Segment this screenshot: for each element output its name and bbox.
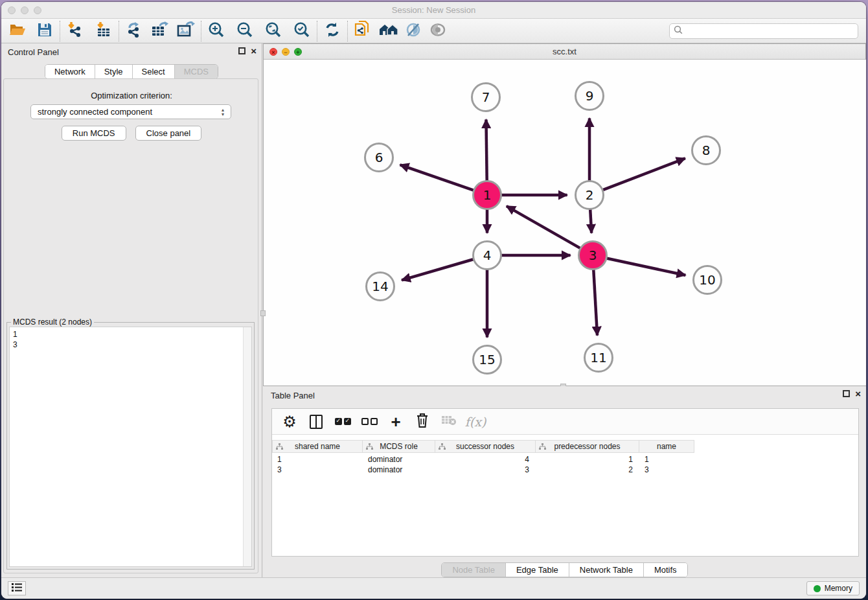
cell-mcds-role: dominator bbox=[363, 454, 435, 465]
column-header-predecessor-nodes[interactable]: predecessor nodes bbox=[536, 440, 639, 453]
tab-motifs[interactable]: Motifs bbox=[644, 563, 687, 577]
apply-function-button[interactable]: f(x) bbox=[467, 413, 484, 430]
result-scrollbar[interactable] bbox=[243, 327, 251, 566]
graph-edge-1-6[interactable] bbox=[400, 165, 474, 190]
graph-node-15[interactable]: 15 bbox=[474, 346, 501, 374]
zoom-in-button[interactable] bbox=[207, 21, 226, 41]
tab-node-table[interactable]: Node Table bbox=[442, 563, 506, 577]
graph-edge-2-8[interactable] bbox=[602, 158, 685, 190]
search-input[interactable] bbox=[685, 25, 858, 38]
delete-table-button[interactable] bbox=[440, 413, 457, 430]
close-panel-button[interactable]: Close panel bbox=[135, 126, 202, 141]
float-table-panel-icon[interactable] bbox=[843, 390, 850, 397]
graph-edge-3-1[interactable] bbox=[507, 206, 580, 248]
float-panel-icon[interactable] bbox=[238, 47, 246, 54]
open-session-button[interactable] bbox=[8, 21, 27, 41]
toolbar-separator bbox=[119, 21, 119, 41]
table-toolbar: ⚙ + f(x) bbox=[272, 409, 858, 435]
search-icon bbox=[674, 25, 683, 37]
criterion-dropdown[interactable]: strongly connected component ▴ ▾ bbox=[30, 104, 231, 119]
toolbar-separator bbox=[347, 21, 348, 41]
add-column-button[interactable]: + bbox=[387, 413, 404, 430]
tab-select[interactable]: Select bbox=[133, 65, 175, 78]
memory-label: Memory bbox=[825, 584, 852, 593]
graph-edge-3-11[interactable] bbox=[593, 269, 597, 335]
graph-node-14[interactable]: 14 bbox=[367, 273, 394, 301]
svg-text:7: 7 bbox=[482, 89, 490, 105]
graph-node-11[interactable]: 11 bbox=[585, 344, 613, 372]
network-view-titlebar[interactable]: × − + scc.txt bbox=[264, 44, 865, 60]
graph-edge-2-3[interactable] bbox=[590, 209, 591, 233]
import-network-button[interactable] bbox=[65, 21, 85, 41]
table-row[interactable]: 3 dominator 3 2 3 bbox=[272, 465, 694, 475]
column-header-name[interactable]: name bbox=[639, 440, 694, 453]
export-table-button[interactable] bbox=[150, 21, 170, 41]
column-header-shared-name[interactable]: shared name bbox=[272, 440, 363, 453]
graph-edge-1-7[interactable] bbox=[486, 119, 486, 181]
tab-network[interactable]: Network bbox=[45, 65, 95, 78]
home-view-button[interactable] bbox=[379, 21, 398, 41]
graph-node-1[interactable]: 1 bbox=[474, 181, 501, 209]
zoom-out-button[interactable] bbox=[235, 21, 255, 41]
column-header-successor-nodes[interactable]: successor nodes bbox=[435, 440, 536, 453]
network-graph-canvas[interactable]: 7968124314101511 bbox=[264, 60, 866, 386]
task-history-button[interactable] bbox=[8, 581, 26, 595]
graph-node-8[interactable]: 8 bbox=[692, 137, 720, 165]
refresh-icon bbox=[325, 22, 340, 40]
tab-edge-table[interactable]: Edge Table bbox=[506, 563, 569, 577]
vertical-splitter-handle[interactable] bbox=[260, 310, 266, 316]
delete-row-button[interactable] bbox=[414, 413, 431, 430]
graph-node-10[interactable]: 10 bbox=[694, 266, 722, 294]
column-header-mcds-role[interactable]: MCDS role bbox=[363, 440, 435, 453]
zoom-selected-button[interactable] bbox=[292, 21, 312, 41]
zoom-fit-button[interactable] bbox=[264, 21, 283, 41]
mcds-result-textarea[interactable]: 1 3 bbox=[9, 327, 252, 567]
export-network-icon bbox=[126, 21, 143, 41]
search-field[interactable] bbox=[669, 23, 858, 39]
duplicate-network-button[interactable] bbox=[353, 21, 372, 41]
run-mcds-button[interactable]: Run MCDS bbox=[62, 126, 126, 141]
svg-text:10: 10 bbox=[699, 272, 715, 288]
slashed-circle-icon bbox=[405, 22, 422, 40]
gear-icon: ⚙ bbox=[282, 413, 297, 431]
graph-edge-3-10[interactable] bbox=[606, 259, 685, 275]
table-row[interactable]: 1 dominator 4 1 1 bbox=[272, 454, 694, 465]
graph-node-3[interactable]: 3 bbox=[579, 242, 607, 270]
graph-node-2[interactable]: 2 bbox=[576, 181, 604, 209]
export-image-button[interactable] bbox=[176, 21, 196, 41]
control-panel: Control Panel × Network Style Select MCD… bbox=[1, 43, 262, 577]
tab-mcds[interactable]: MCDS bbox=[175, 65, 218, 78]
close-table-panel-icon[interactable]: × bbox=[855, 390, 861, 397]
zoom-selected-icon bbox=[293, 21, 310, 41]
cell-successor-nodes: 4 bbox=[435, 454, 536, 465]
optimization-criterion-label: Optimization criterion: bbox=[1, 91, 262, 100]
refresh-view-button[interactable] bbox=[323, 21, 342, 41]
criterion-value: strongly connected component bbox=[38, 107, 152, 117]
graph-node-6[interactable]: 6 bbox=[365, 144, 393, 172]
trash-icon bbox=[416, 413, 429, 431]
toggle-graphics-details-button[interactable] bbox=[404, 21, 423, 41]
export-network-button[interactable] bbox=[124, 21, 144, 41]
table-panel-title: Table Panel bbox=[271, 391, 315, 400]
deselect-all-button[interactable] bbox=[361, 413, 378, 430]
show-hide-panel-button[interactable] bbox=[428, 21, 448, 41]
tab-network-table[interactable]: Network Table bbox=[569, 563, 644, 577]
tab-style[interactable]: Style bbox=[95, 65, 133, 78]
graph-node-4[interactable]: 4 bbox=[474, 242, 501, 270]
select-all-button[interactable] bbox=[334, 413, 351, 430]
show-columns-button[interactable] bbox=[308, 413, 325, 430]
deselect-all-icon bbox=[361, 418, 378, 425]
save-session-button[interactable] bbox=[35, 21, 54, 41]
svg-text:9: 9 bbox=[586, 88, 594, 104]
graph-node-7[interactable]: 7 bbox=[472, 84, 500, 111]
graph-edge-4-14[interactable] bbox=[402, 259, 474, 280]
save-floppy-icon bbox=[38, 23, 52, 40]
import-table-button[interactable] bbox=[94, 21, 113, 41]
graph-node-9[interactable]: 9 bbox=[576, 82, 604, 110]
result-line: 1 bbox=[13, 329, 248, 340]
table-settings-button[interactable]: ⚙ bbox=[281, 413, 298, 430]
close-panel-icon[interactable]: × bbox=[251, 47, 257, 54]
memory-button[interactable]: Memory bbox=[806, 581, 860, 595]
cell-name: 1 bbox=[639, 454, 694, 465]
toolbar-separator bbox=[201, 21, 201, 41]
